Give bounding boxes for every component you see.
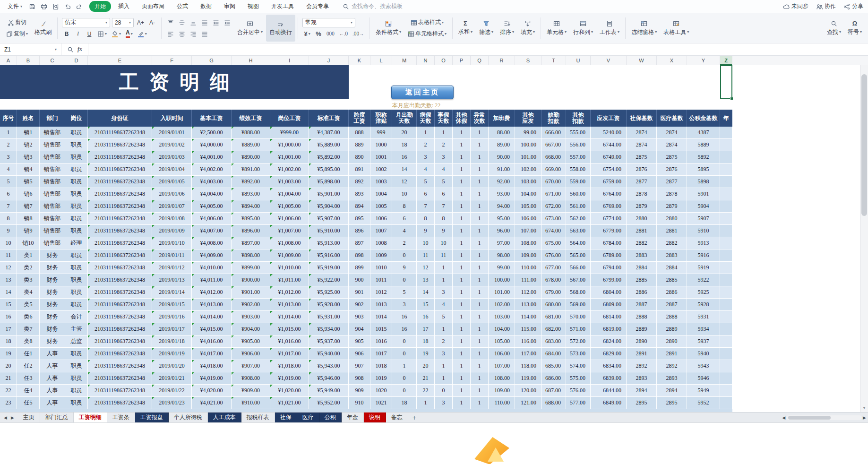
rows-cols-button[interactable]: 行和列▾ [570,15,596,42]
cell-L18[interactable]: 1016 [370,335,392,348]
cell-N8[interactable]: 8 [417,213,435,225]
cell-P9[interactable]: 1 [453,225,471,237]
cell-H13[interactable]: ¥900.00 [232,274,270,286]
cell-D23[interactable]: 职员 [65,397,88,409]
vertical-scrollbar[interactable]: ▲ ▼ [860,65,868,412]
cell-B7[interactable]: 销7 [17,200,40,213]
cell-P22[interactable]: 1 [453,385,471,397]
cell-L1[interactable]: 999 [370,127,392,139]
cell-M11[interactable]: 0 [392,249,417,262]
cell-Y22[interactable]: 5949 [687,385,720,397]
cell-B18[interactable]: 类8 [17,335,40,348]
cell-U7[interactable]: 561.00 [566,200,591,213]
cell-Z7[interactable] [720,200,732,213]
cell-T19[interactable]: 684.00 [541,348,566,360]
cell-J22[interactable]: ¥5,949.00 [309,385,349,397]
cell-N5[interactable]: 5 [417,176,435,188]
cell-R11[interactable]: 98.00 [489,249,515,262]
cell-I15[interactable]: ¥1,013.00 [270,299,309,311]
command-search[interactable]: 查找命令、搜索模板 [343,2,403,10]
cell-E11[interactable]: 210311198637262348 [88,249,152,262]
cell-R23[interactable]: 110.00 [489,397,515,409]
cell-U13[interactable]: 567.00 [566,274,591,286]
cell-H11[interactable]: ¥898.00 [232,249,270,262]
print-preview-button[interactable] [52,2,60,11]
cell-E23[interactable]: 210311198637262348 [88,397,152,409]
cell-D20[interactable]: 职员 [65,360,88,372]
cell-V6[interactable]: 6764.00 [591,188,627,200]
cell-Q12[interactable]: 1 [471,262,489,274]
cell-N20[interactable]: 20 [417,360,435,372]
cell-Q18[interactable]: 1 [471,335,489,348]
cell-M6[interactable]: 10 [392,188,417,200]
cell-N23[interactable]: 1 [417,397,435,409]
cell-D19[interactable]: 职员 [65,348,88,360]
cell-J1[interactable]: ¥4,387.00 [309,127,349,139]
cell-Y20[interactable]: 5943 [687,360,720,372]
cell-S23[interactable]: 121.00 [515,397,541,409]
cell-C14[interactable]: 财务 [40,286,65,299]
cell-B16[interactable]: 类6 [17,311,40,323]
cell-J10[interactable]: ¥5,913.00 [309,237,349,249]
cell-W12[interactable]: 2884 [627,262,657,274]
cell-Z9[interactable] [720,225,732,237]
vertical-scroll-thumb[interactable] [861,74,867,216]
cell-W13[interactable]: 2885 [627,274,657,286]
cell-M8[interactable]: 6 [392,213,417,225]
cell-V23[interactable]: 6849.00 [591,397,627,409]
cell-J9[interactable]: ¥5,910.00 [309,225,349,237]
cell-C15[interactable]: 财务 [40,299,65,311]
sheet-tab-部门汇总[interactable]: 部门汇总 [40,412,74,422]
cell-R16[interactable]: 103.00 [489,311,515,323]
cell-V8[interactable]: 6774.00 [591,213,627,225]
cell-O11[interactable]: 11 [435,249,453,262]
cell-G2[interactable]: ¥4,000.00 [192,139,232,151]
cell-H6[interactable]: ¥893.00 [232,188,270,200]
cell-R18[interactable]: 105.00 [489,335,515,348]
people-action[interactable]: 协作 [816,2,836,10]
cell-Z19[interactable] [720,348,732,360]
cell-U18[interactable]: 572.00 [566,335,591,348]
table-header-V[interactable]: 应发工资 [591,110,627,127]
cell-S1[interactable]: 99.00 [515,127,541,139]
cell-N16[interactable]: 16 [417,311,435,323]
cell-J12[interactable]: ¥5,919.00 [309,262,349,274]
cell-H14[interactable]: ¥901.00 [232,286,270,299]
table-tools-button[interactable]: 表格工具▾ [660,15,692,42]
copy-button[interactable]: 复制 ▾ [5,29,29,39]
cell-G7[interactable]: ¥4,005.00 [192,200,232,213]
column-header-J[interactable]: J [309,56,349,65]
cell-L8[interactable]: 1006 [370,213,392,225]
cell-X14[interactable]: 2886 [657,286,687,299]
cell-A20[interactable]: 20 [0,360,17,372]
align-left-button[interactable] [166,29,175,39]
fill-color-button[interactable]: ▾ [110,29,122,39]
table-header-Z[interactable]: 年 [720,110,732,127]
cell-K19[interactable]: 906 [349,348,370,360]
cell-J15[interactable]: ¥5,928.00 [309,299,349,311]
cell-Z13[interactable] [720,274,732,286]
cell-T8[interactable]: 673.00 [541,213,566,225]
cell-T2[interactable]: 667.00 [541,139,566,151]
cell-B22[interactable]: 任4 [17,385,40,397]
cell-V16[interactable]: 6814.00 [591,311,627,323]
cell-J16[interactable]: ¥5,931.00 [309,311,349,323]
cell-K14[interactable]: 901 [349,286,370,299]
cell-W15[interactable]: 2887 [627,299,657,311]
cell-S18[interactable]: 116.00 [515,335,541,348]
cell-K1[interactable]: 888 [349,127,370,139]
cell-E9[interactable]: 210311198637262348 [88,225,152,237]
cell-R2[interactable]: 89.00 [489,139,515,151]
cell-D11[interactable]: 职员 [65,249,88,262]
cell-G6[interactable]: ¥4,004.00 [192,188,232,200]
funnel-button[interactable]: 筛选▾ [476,15,497,42]
cell-S8[interactable]: 106.00 [515,213,541,225]
increase-decimal-button[interactable]: ←.0 [338,29,349,39]
cell-R4[interactable]: 91.00 [489,163,515,176]
cell-C16[interactable]: 财务 [40,311,65,323]
cell-U4[interactable]: 558.00 [566,163,591,176]
cell-X17[interactable]: 2889 [657,323,687,335]
cell-X1[interactable]: 2874 [657,127,687,139]
cell-X3[interactable]: 2875 [657,151,687,163]
highlight-button[interactable]: ▾ [136,29,148,39]
